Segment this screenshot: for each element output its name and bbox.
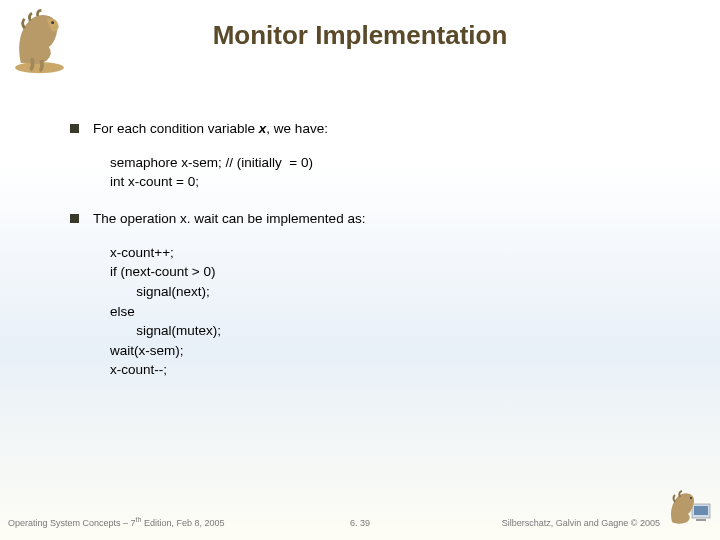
bullet-item-2: The operation x. wait can be implemented…: [70, 210, 660, 229]
slide-title: Monitor Implementation: [0, 20, 720, 51]
bullet1-post: , we have:: [266, 121, 328, 136]
svg-rect-4: [696, 519, 706, 521]
footer-right: Silberschatz, Galvin and Gagne © 2005: [502, 518, 660, 528]
bullet-text-2: The operation x. wait can be implemented…: [93, 210, 365, 229]
bullet-square-icon: [70, 214, 79, 223]
code-block-2: x-count++; if (next-count > 0) signal(ne…: [110, 243, 660, 380]
dinosaur-logo-bottom: [666, 486, 714, 530]
bullet-text-1: For each condition variable x, we have:: [93, 120, 328, 139]
svg-point-5: [690, 497, 692, 499]
code-block-1: semaphore x-sem; // (initially = 0) int …: [110, 153, 660, 192]
svg-point-0: [15, 62, 64, 73]
bullet-item-1: For each condition variable x, we have:: [70, 120, 660, 139]
slide-content: For each condition variable x, we have: …: [70, 120, 660, 398]
svg-rect-3: [694, 506, 708, 515]
bullet1-pre: For each condition variable: [93, 121, 259, 136]
bullet-square-icon: [70, 124, 79, 133]
